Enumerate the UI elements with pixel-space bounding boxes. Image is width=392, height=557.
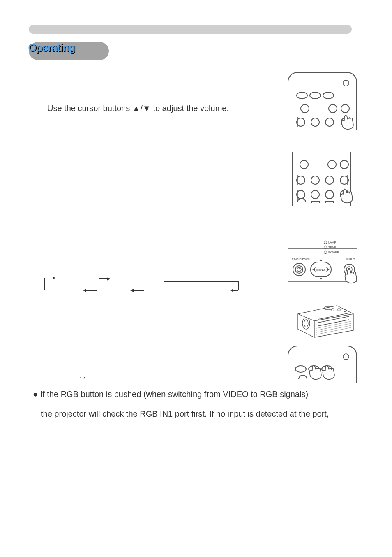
svg-point-5 [301,104,309,113]
svg-point-30 [325,190,334,199]
panel-input-label: INPUT [346,258,355,261]
rgb-bullet-line2: the projector will check the RGB IN1 por… [41,408,357,420]
panel-power-label: POWER [328,251,339,254]
svg-point-20 [340,160,348,169]
remote-illustration-2 [288,152,355,206]
remote-3-svg [288,346,356,383]
section-title: Operating [28,42,75,54]
svg-point-2 [297,92,307,99]
svg-point-29 [311,190,319,199]
svg-point-4 [323,92,334,99]
header-bar [29,25,352,34]
rgb-bullet-line1: ● If the RGB button is pushed (when swit… [33,389,325,400]
svg-point-3 [310,92,321,99]
svg-point-6 [329,104,337,113]
section-pill: Operating Operating [29,42,109,60]
volume-instruction: Use the cursor buttons ▲/▼ to adjust the… [47,103,265,114]
svg-point-25 [340,176,348,184]
svg-point-18 [300,160,308,169]
svg-point-24 [325,176,334,184]
svg-point-21 [297,176,305,184]
panel-menu-label: MENU [316,268,325,271]
svg-point-34 [324,241,327,244]
panel-lamp-label: LAMP [328,241,336,244]
svg-point-35 [324,246,327,249]
svg-point-23 [311,176,319,184]
remote-2-svg [288,152,355,206]
svg-point-69 [295,366,306,372]
svg-marker-74 [83,289,86,292]
bidir-arrow-icon: ↔ [78,372,87,383]
remote-illustration-3 [288,346,357,383]
control-panel-illustration: LAMP TEMP POWER STANDBY/ON INPUT MENU [288,237,357,294]
svg-marker-82 [230,289,233,292]
svg-point-27 [297,190,305,199]
svg-point-67 [343,354,349,360]
svg-point-0 [343,80,349,86]
svg-point-8 [297,118,305,126]
remote-illustration-1 [288,72,357,130]
remote-1-svg [288,73,356,130]
svg-marker-76 [107,277,110,281]
projector-illustration [292,299,357,341]
svg-marker-72 [53,276,56,280]
svg-point-7 [341,104,349,113]
svg-point-11 [325,118,334,126]
panel-temp-label: TEMP [328,246,337,249]
panel-standby-label: STANDBY/ON [292,258,310,261]
svg-point-10 [311,118,319,126]
svg-marker-78 [130,289,134,292]
flow-diagram [41,276,242,304]
svg-point-19 [328,160,336,169]
